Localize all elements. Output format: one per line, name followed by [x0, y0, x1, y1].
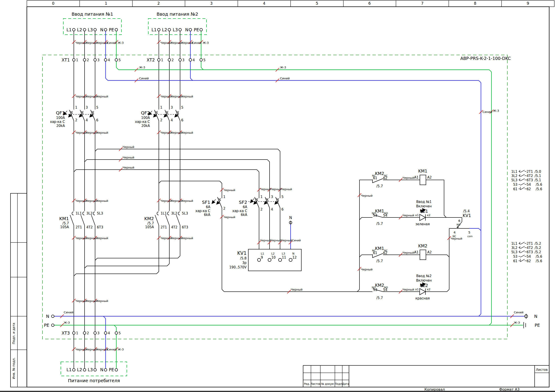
qf1-t4: 4	[86, 118, 88, 122]
km2-nc-61: 61	[373, 176, 377, 180]
terminal-circle	[73, 332, 75, 334]
hl1-color: зеленая	[416, 222, 430, 226]
xt2-1: 1	[161, 58, 163, 62]
titleblock-podp: Подп	[335, 382, 342, 385]
input1-PE: PE	[109, 27, 114, 32]
qf1-t6: 6	[96, 118, 98, 122]
km2-nc-62: 62	[383, 176, 387, 180]
wire-color-label: Черный	[161, 131, 172, 134]
input1-L3: L3	[88, 27, 93, 32]
wire-color-label: Черный	[171, 41, 183, 44]
consumer-PE: PE	[109, 367, 114, 372]
pe-bus-label-right: PE	[535, 323, 540, 328]
terminal-circle	[104, 58, 107, 61]
km2-no-53: 53	[373, 288, 377, 292]
xt2-5: 5	[203, 58, 205, 62]
input2-L2: L2	[162, 27, 167, 32]
terminal-circle	[179, 29, 182, 31]
xref-contact-glyph	[518, 170, 526, 262]
km1-xref-ref: /5.6	[536, 183, 542, 187]
titleblock-red: Ред.	[304, 382, 310, 385]
terminal-circle	[51, 324, 54, 327]
wire-color-label: Черный	[224, 215, 235, 219]
terminal-circle	[115, 332, 118, 334]
km2-1L1: 1L1	[161, 211, 167, 215]
km1-xref-r: 54	[526, 183, 531, 187]
km2-6T3: 6T3	[182, 225, 188, 229]
qf1-t1: 1	[75, 106, 77, 109]
wire-color-label: Черный	[86, 131, 97, 134]
wire-color-label: Ж-3	[139, 66, 145, 69]
kv1-contact-4: 4	[454, 231, 456, 234]
wire-color-label: Черный	[123, 156, 134, 159]
sf1-breaking: 6kA	[204, 213, 211, 217]
panel-title: АВР-PRS-K-2-1-100-DKC	[460, 56, 511, 61]
wire-color-label: Черный	[86, 299, 97, 303]
km1-ref: /5.7	[62, 221, 69, 225]
km1-xref-ref: /5.1	[535, 178, 541, 182]
ruler-1: 1	[105, 1, 107, 6]
wire-color-label: Черный	[75, 299, 87, 303]
ruler-2: 2	[158, 1, 160, 6]
xt1-5: 5	[118, 58, 121, 62]
wire-color-label: Ж-З	[514, 321, 520, 324]
km1-6T3: 6T3	[97, 225, 103, 229]
sf2-curve: хар-ка C	[233, 209, 248, 213]
sf1-curve: хар-ка C	[196, 209, 211, 213]
km2-3L2: 3L2	[171, 211, 177, 215]
sf1-t2: 2	[223, 207, 226, 211]
xt2-2: 2	[172, 58, 174, 62]
xt1-3: 3	[97, 58, 100, 62]
ruler-6: 6	[368, 1, 371, 6]
km1-no-53: 53	[373, 214, 377, 217]
terminal-circle	[115, 29, 118, 31]
wire-color-label: Черный	[260, 188, 271, 191]
wire-color-label: Черный	[182, 131, 193, 134]
wire-color-label: Черный	[75, 131, 87, 134]
stamp-inv-n-podl: Инв. № подл.	[12, 358, 15, 379]
km2-2T1: 2T1	[161, 225, 167, 229]
qf2-rating: 100A	[141, 116, 150, 120]
wire-color-label: Синий	[292, 239, 301, 242]
qf1-t5: 5	[96, 106, 98, 109]
km1-rating: 105A	[60, 225, 69, 229]
km2-xref-ref: /5.2	[535, 250, 541, 254]
km2-xref-l: 53	[513, 255, 518, 259]
km2-xref-r: 4T2	[526, 246, 533, 250]
consumer-L1: L1	[66, 367, 72, 372]
qf2-t3: 3	[171, 106, 173, 109]
kv1-label: KV1	[237, 250, 247, 256]
wire-color-label: Черный	[96, 236, 108, 240]
input2-L1: L1	[152, 27, 157, 32]
input2-N: N	[185, 27, 188, 32]
terminal-circle	[189, 58, 192, 61]
hl2-label: HL2	[420, 283, 428, 288]
wire-color-label: Черный	[161, 95, 172, 98]
wire-color-label: Синий	[64, 311, 73, 314]
qf1-t3: 3	[86, 106, 88, 109]
terminal-circle	[73, 29, 75, 31]
km1-xref-r: 4T2	[526, 174, 533, 178]
km2-xref-ref: /5.2	[535, 242, 541, 246]
km1-label: KM1	[59, 216, 69, 221]
wire-color-label: Ж-3	[493, 109, 499, 112]
km2-nc-name: KM2	[375, 171, 384, 176]
wire-color-label: Черный	[96, 199, 108, 202]
km2-xref-ref: /5.2	[535, 246, 541, 250]
terminal-circle	[158, 29, 160, 31]
wire-color-label: Черный	[96, 131, 108, 134]
terminal-circle	[94, 58, 96, 61]
pe-ground-right-icon	[524, 322, 526, 328]
wire-color-label: Черный	[123, 145, 134, 149]
input1-L2: L2	[77, 27, 82, 32]
wire-color-label: Черный	[182, 95, 193, 98]
terminal-circle	[200, 29, 203, 31]
xt1-4: 4	[108, 58, 110, 62]
wire-color-label: Черный	[161, 199, 172, 202]
xt3-5: 5	[118, 331, 121, 335]
km1-xref-ref: /5.0	[535, 170, 541, 174]
qf2-t5: 5	[181, 106, 183, 109]
km1-xref-ref: /5.6	[536, 187, 542, 191]
consumer-L3: L3	[88, 367, 93, 372]
input1-L1: L1	[66, 27, 72, 32]
